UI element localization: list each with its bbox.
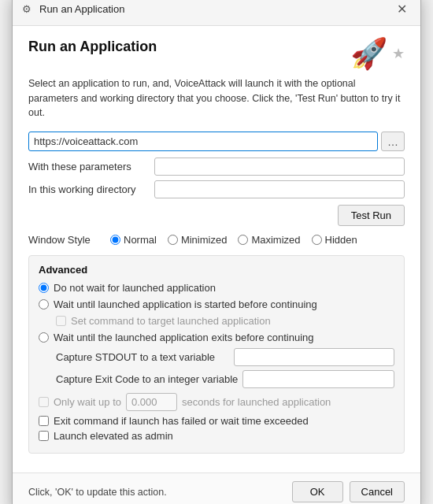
- radio-wait-started-input[interactable]: [39, 299, 49, 309]
- cancel-button[interactable]: Cancel: [350, 481, 405, 502]
- footer-hint: Click, 'OK' to update this action.: [28, 487, 167, 498]
- test-run-row: Test Run: [28, 205, 405, 226]
- description-text: Select an application to run, and, Voice…: [28, 76, 405, 120]
- radio-wait-started-label: Wait until launched application is start…: [54, 298, 317, 310]
- parameters-input[interactable]: [154, 158, 405, 176]
- url-row: …: [28, 132, 405, 151]
- header-icons: 🚀 ★: [350, 39, 405, 69]
- title-bar-left: ⚙ Run an Application: [22, 3, 124, 16]
- set-command-row: Set command to target launched applicati…: [56, 315, 394, 327]
- advanced-title: Advanced: [39, 264, 394, 276]
- wait-up-to-input[interactable]: [126, 393, 177, 411]
- title-bar: ⚙ Run an Application ✕: [13, 0, 420, 26]
- capture-stdout-row: Capture STDOUT to a text variable: [56, 348, 394, 366]
- capture-exitcode-row: Capture Exit Code to an integer variable: [56, 370, 394, 388]
- exit-command-checkbox[interactable]: [39, 416, 49, 426]
- wait-up-to-suffix: seconds for launched application: [182, 396, 331, 408]
- footer-bar: Click, 'OK' to update this action. OK Ca…: [13, 472, 420, 504]
- radio-normal-label: Normal: [124, 234, 157, 246]
- working-dir-row: In this working directory: [28, 180, 405, 198]
- set-command-checkbox-item: Set command to target launched applicati…: [56, 315, 394, 327]
- capture-exitcode-label: Capture Exit Code to an integer variable: [56, 373, 238, 385]
- capture-stdout-label: Capture STDOUT to a text variable: [56, 351, 229, 363]
- test-run-button[interactable]: Test Run: [338, 205, 405, 226]
- radio-wait-exits-input[interactable]: [39, 332, 49, 343]
- working-dir-input[interactable]: [154, 180, 405, 198]
- exit-command-label: Exit command if launch has failed or wai…: [54, 415, 309, 427]
- radio-wait-started: Wait until launched application is start…: [39, 298, 394, 310]
- window-style-radio-group: Normal Minimized Maximized Hidden: [110, 234, 357, 246]
- parameters-row: With these parameters: [28, 158, 405, 176]
- advanced-section: Advanced Do not wait for launched applic…: [28, 255, 405, 454]
- capture-exitcode-input[interactable]: [242, 370, 394, 388]
- radio-normal[interactable]: Normal: [110, 234, 157, 246]
- radio-no-wait: Do not wait for launched application: [39, 282, 394, 294]
- window-style-row: Window Style Normal Minimized Maximized …: [28, 234, 405, 246]
- url-input[interactable]: [28, 132, 378, 151]
- header-row: Run an Application 🚀 ★: [28, 39, 405, 69]
- footer-buttons: OK Cancel: [292, 481, 405, 502]
- radio-hidden-label: Hidden: [325, 234, 357, 246]
- working-dir-label: In this working directory: [28, 183, 154, 195]
- launch-elevated-label: Launch elevated as admin: [54, 430, 173, 442]
- radio-minimized[interactable]: Minimized: [168, 234, 228, 246]
- wait-up-to-checkbox[interactable]: [39, 397, 49, 407]
- dialog-container: ⚙ Run an Application ✕ Run an Applicatio…: [12, 0, 421, 504]
- launch-elevated-row: Launch elevated as admin: [39, 430, 394, 442]
- parameters-label: With these parameters: [28, 161, 154, 172]
- wait-up-to-row: Only wait up to seconds for launched app…: [39, 393, 394, 411]
- radio-maximized-label: Maximized: [251, 234, 300, 246]
- content-area: Run an Application 🚀 ★ Select an applica…: [13, 26, 420, 472]
- set-command-checkbox[interactable]: [56, 316, 66, 326]
- dialog-title: Run an Application: [28, 39, 157, 55]
- radio-wait-exits: Wait until the launched application exit…: [39, 332, 394, 343]
- gear-icon: ⚙: [22, 3, 35, 16]
- rocket-icon: 🚀: [350, 39, 387, 69]
- launch-elevated-checkbox[interactable]: [39, 431, 49, 441]
- capture-stdout-input[interactable]: [234, 348, 394, 366]
- radio-hidden[interactable]: Hidden: [312, 234, 357, 246]
- radio-no-wait-label: Do not wait for launched application: [54, 282, 216, 294]
- capture-section: Capture STDOUT to a text variable Captur…: [56, 348, 394, 388]
- window-style-label: Window Style: [28, 234, 99, 246]
- radio-minimized-label: Minimized: [181, 234, 228, 246]
- title-bar-text: Run an Application: [39, 3, 124, 15]
- radio-no-wait-input[interactable]: [39, 283, 49, 293]
- exit-command-row: Exit command if launch has failed or wai…: [39, 415, 394, 427]
- radio-maximized[interactable]: Maximized: [238, 234, 300, 246]
- set-command-label: Set command to target launched applicati…: [71, 315, 271, 327]
- star-icon[interactable]: ★: [392, 45, 405, 62]
- browse-button[interactable]: …: [381, 132, 405, 151]
- wait-up-to-label: Only wait up to: [54, 396, 121, 408]
- close-button[interactable]: ✕: [392, 0, 411, 19]
- ok-button[interactable]: OK: [292, 481, 343, 502]
- radio-wait-exits-label: Wait until the launched application exit…: [54, 332, 314, 343]
